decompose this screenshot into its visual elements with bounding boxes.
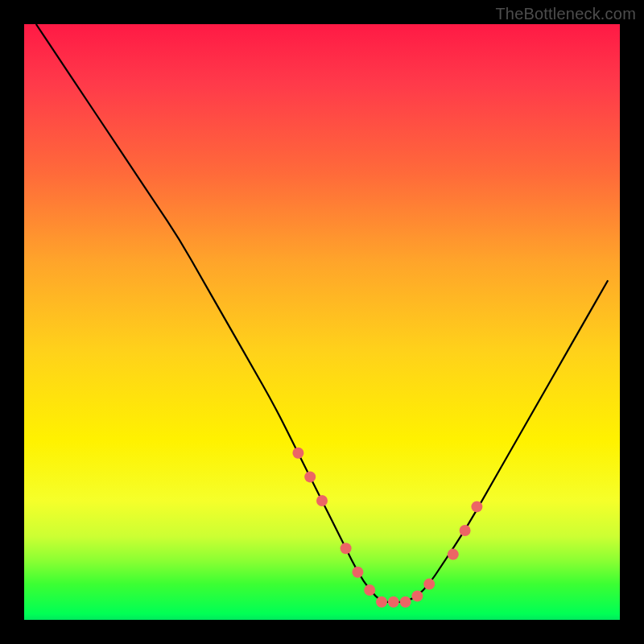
- plot-container: [24, 24, 620, 620]
- gradient-background: [24, 24, 620, 620]
- chart-frame: TheBottleneck.com: [0, 0, 644, 644]
- watermark-text: TheBottleneck.com: [495, 5, 636, 23]
